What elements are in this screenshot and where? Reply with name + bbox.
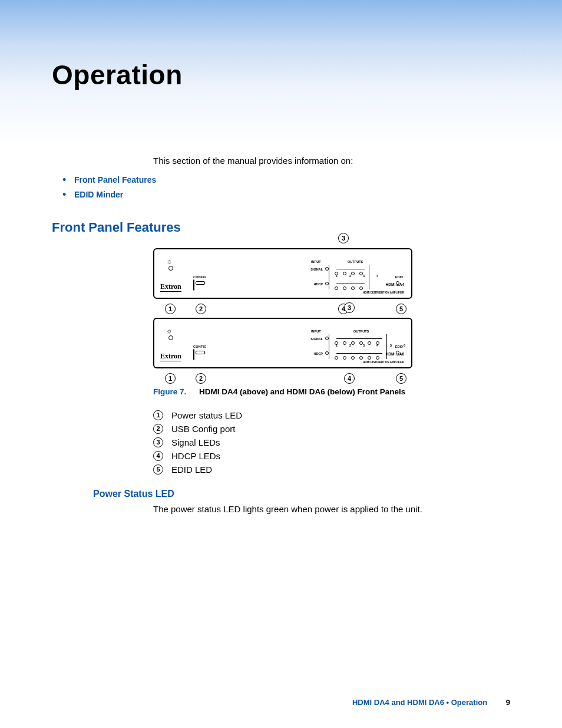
led	[351, 356, 355, 360]
legend-text: HDCP LEDs	[171, 451, 220, 461]
brand-label: Extron	[160, 352, 181, 361]
label-outputs: OUTPUTS	[353, 330, 369, 333]
legend-item: 3 Signal LEDs	[153, 437, 510, 447]
subtitle-label: HDMI DISTRIBUTION AMPLIFIER	[363, 361, 404, 364]
subtitle-label: HDMI DISTRIBUTION AMPLIFIER	[363, 291, 404, 294]
footer-text: HDMI DA4 and HDMI DA6 • Operation	[352, 698, 487, 707]
led	[368, 356, 371, 360]
led	[335, 356, 338, 360]
legend-text: Power status LED	[171, 410, 242, 420]
section-heading-front-panel: Front Panel Features	[52, 220, 510, 235]
legend-text: EDID LED	[171, 465, 212, 475]
legend-text: USB Config port	[171, 424, 235, 434]
led	[359, 356, 363, 360]
toc-link-front-panel[interactable]: Front Panel Features	[74, 175, 156, 185]
led	[343, 286, 346, 290]
led	[335, 286, 338, 290]
legend-num-3: 3	[153, 437, 163, 447]
callout-1: 1	[165, 304, 176, 314]
label-signal: SIGNAL	[308, 337, 323, 341]
label-input: INPUT	[311, 330, 321, 333]
subsection-heading-power: Power Status LED	[93, 489, 510, 499]
led-strip-signal	[335, 337, 389, 340]
front-panel-diagram-da6: 3 1 2 4 5 ☼ Extron CONFIG INPUT OUTPUTS …	[153, 318, 412, 368]
divider	[329, 334, 329, 359]
callout-5: 5	[396, 373, 406, 384]
figure-text: HDMI DA4 (above) and HDMI DA6 (below) Fr…	[199, 387, 405, 396]
led-signal-input	[325, 337, 329, 340]
power-icon: ☼	[166, 258, 172, 265]
led-signal-input	[325, 267, 329, 271]
callout-2: 2	[196, 304, 206, 314]
legend-list: 1 Power status LED 2 USB Config port 3 S…	[153, 410, 510, 475]
config-port: CONFIG	[193, 275, 207, 291]
legend-item: 5 EDID LED	[153, 465, 510, 475]
led	[351, 286, 355, 290]
usb-icon	[193, 279, 194, 291]
toc-link-edid-minder[interactable]: EDID Minder	[74, 190, 123, 199]
led-strip-hdcp	[335, 282, 371, 285]
legend-item: 1 Power status LED	[153, 410, 510, 420]
power-status-paragraph: The power status LED lights green when p…	[153, 504, 510, 514]
label-hdcp: HDCP	[308, 352, 323, 355]
config-port: CONFIG	[193, 345, 207, 360]
label-input: INPUT	[311, 260, 321, 263]
model-label: HDMI DA4	[386, 282, 404, 286]
led	[343, 356, 346, 360]
page-title: Operation	[52, 59, 510, 91]
callout-5: 5	[396, 304, 406, 314]
led-strip-signal	[335, 267, 371, 271]
usb-icon	[193, 349, 194, 360]
page-footer: HDMI DA4 and HDMI DA6 • Operation 9	[352, 698, 510, 707]
callout-3-top: 3	[338, 233, 349, 243]
legend-item: 2 USB Config port	[153, 424, 510, 434]
led	[376, 356, 379, 360]
callout-3-top: 3	[344, 302, 355, 313]
legend-num-4: 4	[153, 451, 163, 461]
led-hdcp-input	[325, 351, 329, 355]
config-label: CONFIG	[193, 275, 207, 279]
figure-caption: Figure 7. HDMI DA4 (above) and HDMI DA6 …	[153, 387, 510, 396]
label-edid: EDID	[395, 275, 403, 279]
legend-text: Signal LEDs	[171, 437, 220, 447]
output-numbers: 1 2 3 4 5 6	[336, 344, 411, 347]
legend-num-5: 5	[153, 465, 163, 475]
led-edid	[396, 281, 399, 285]
callout-4: 4	[344, 373, 355, 384]
front-panel-diagram-da4: 3 1 2 4 5 ☼ Extron CONFIG INPUT OUTPUTS …	[153, 248, 412, 299]
toc-list: Front Panel Features EDID Minder	[62, 174, 510, 201]
label-signal: SIGNAL	[308, 268, 323, 271]
intro-text: This section of the manual provides info…	[153, 156, 510, 166]
label-outputs: OUTPUTS	[348, 260, 363, 263]
figure-block: 3 1 2 4 5 ☼ Extron CONFIG INPUT OUTPUTS …	[153, 248, 510, 368]
legend-item: 4 HDCP LEDs	[153, 451, 510, 461]
callout-2: 2	[196, 373, 206, 384]
footer-page-number: 9	[506, 698, 510, 707]
divider	[329, 265, 329, 289]
callout-1: 1	[165, 373, 176, 384]
power-led	[168, 335, 173, 340]
legend-num-1: 1	[153, 410, 163, 420]
led-hdcp-input	[325, 282, 329, 285]
output-numbers: 1 2 3 4	[336, 274, 384, 278]
led	[359, 286, 363, 290]
config-label: CONFIG	[193, 345, 207, 348]
figure-label: Figure 7.	[153, 387, 186, 396]
led-strip-hdcp	[335, 351, 389, 355]
power-led	[168, 266, 173, 271]
legend-num-2: 2	[153, 424, 163, 434]
brand-label: Extron	[160, 282, 181, 292]
label-hdcp: HDCP	[308, 282, 323, 286]
led-edid	[396, 351, 399, 354]
power-icon: ☼	[166, 327, 172, 334]
